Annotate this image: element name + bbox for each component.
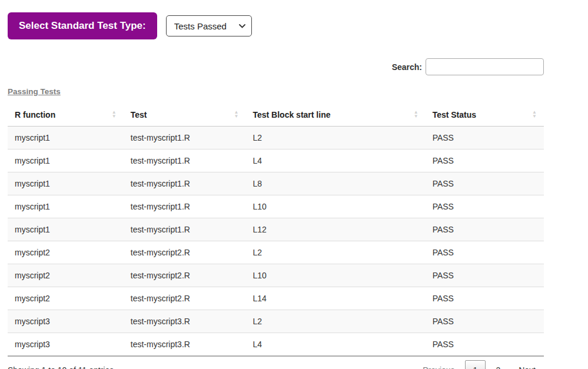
test-type-select[interactable]: Tests Passed: [166, 15, 252, 36]
table-cell: L2: [245, 127, 425, 149]
passing-tests-table: R function▲▼Test▲▼Test Block start line▲…: [8, 104, 544, 357]
table-cell: myscript1: [8, 218, 124, 241]
table-cell: myscript3: [8, 333, 124, 357]
table-header-row: R function▲▼Test▲▼Test Block start line▲…: [8, 104, 544, 127]
pagination-next-button[interactable]: Next: [510, 360, 544, 369]
table-row: myscript3test-myscript3.RL4PASS: [8, 333, 544, 357]
table-cell: PASS: [426, 172, 544, 195]
column-label: Test: [131, 110, 147, 119]
column-label: Test Status: [433, 110, 476, 119]
table-cell: myscript2: [8, 241, 124, 264]
table-cell: test-myscript2.R: [124, 241, 246, 264]
table-cell: test-myscript1.R: [124, 172, 246, 195]
table-cell: PASS: [426, 287, 544, 310]
table-cell: L10: [245, 264, 425, 287]
table-cell: test-myscript2.R: [124, 287, 246, 310]
search-input[interactable]: [426, 58, 544, 75]
table-cell: L2: [245, 241, 425, 264]
table-cell: myscript2: [8, 287, 124, 310]
column-label: Test Block start line: [253, 110, 330, 119]
table-row: myscript2test-myscript2.RL14PASS: [8, 287, 544, 310]
table-row: myscript1test-myscript1.RL12PASS: [8, 218, 544, 241]
pagination-page-2[interactable]: 2: [487, 360, 509, 369]
table-body: myscript1test-myscript1.RL2PASSmyscript1…: [8, 127, 544, 357]
entries-info: Showing 1 to 10 of 11 entries: [8, 365, 114, 369]
table-cell: L14: [245, 287, 425, 310]
table-footer: Showing 1 to 10 of 11 entries Previous 1…: [8, 360, 544, 369]
table-cell: PASS: [426, 310, 544, 333]
table-cell: L4: [245, 149, 425, 172]
search-label: Search:: [392, 62, 422, 72]
table-cell: L10: [245, 195, 425, 218]
table-cell: L8: [245, 172, 425, 195]
table-head: R function▲▼Test▲▼Test Block start line▲…: [8, 104, 544, 127]
table-cell: PASS: [426, 218, 544, 241]
table-cell: test-myscript3.R: [124, 310, 246, 333]
table-row: myscript1test-myscript1.RL2PASS: [8, 127, 544, 149]
table-cell: myscript2: [8, 264, 124, 287]
table-cell: PASS: [426, 333, 544, 357]
table-cell: test-myscript3.R: [124, 333, 246, 357]
search-row: Search:: [8, 58, 544, 75]
table-cell: myscript1: [8, 149, 124, 172]
column-header-2[interactable]: Test Block start line▲▼: [245, 104, 425, 127]
table-row: myscript1test-myscript1.RL10PASS: [8, 195, 544, 218]
column-header-0[interactable]: R function▲▼: [8, 104, 124, 127]
column-header-1[interactable]: Test▲▼: [124, 104, 246, 127]
pagination: Previous 12 Next: [413, 360, 544, 369]
table-row: myscript1test-myscript1.RL8PASS: [8, 172, 544, 195]
table-cell: test-myscript1.R: [124, 218, 246, 241]
table-row: myscript1test-myscript1.RL4PASS: [8, 149, 544, 172]
sort-arrows-icon: ▲▼: [234, 111, 239, 119]
table-cell: L12: [245, 218, 425, 241]
table-row: myscript2test-myscript2.RL2PASS: [8, 241, 544, 264]
test-type-select-wrap: Tests Passed: [166, 15, 252, 36]
table-cell: PASS: [426, 149, 544, 172]
table-cell: L2: [245, 310, 425, 333]
select-test-type-label: Select Standard Test Type:: [8, 12, 157, 39]
table-cell: test-myscript1.R: [124, 195, 246, 218]
sort-arrows-icon: ▲▼: [532, 111, 537, 119]
pagination-pages: 12: [463, 360, 509, 369]
page-content: Select Standard Test Type: Tests Passed …: [8, 12, 544, 369]
table-cell: myscript1: [8, 127, 124, 149]
table-row: myscript3test-myscript3.RL2PASS: [8, 310, 544, 333]
sort-arrows-icon: ▲▼: [112, 111, 117, 119]
table-cell: test-myscript2.R: [124, 264, 246, 287]
table-cell: test-myscript1.R: [124, 149, 246, 172]
column-header-3[interactable]: Test Status▲▼: [426, 104, 544, 127]
table-cell: myscript3: [8, 310, 124, 333]
table-cell: test-myscript1.R: [124, 127, 246, 149]
table-cell: myscript1: [8, 195, 124, 218]
sort-arrows-icon: ▲▼: [414, 111, 418, 119]
pagination-page-1[interactable]: 1: [465, 360, 486, 369]
column-label: R function: [15, 110, 55, 119]
table-cell: PASS: [426, 195, 544, 218]
pagination-previous-button[interactable]: Previous: [414, 360, 463, 369]
header-bar: Select Standard Test Type: Tests Passed: [8, 12, 544, 39]
table-cell: PASS: [426, 241, 544, 264]
table-row: myscript2test-myscript2.RL10PASS: [8, 264, 544, 287]
table-cell: myscript1: [8, 172, 124, 195]
table-cell: PASS: [426, 264, 544, 287]
passing-tests-link[interactable]: Passing Tests: [8, 87, 61, 96]
table-cell: L4: [245, 333, 425, 357]
table-cell: PASS: [426, 127, 544, 149]
